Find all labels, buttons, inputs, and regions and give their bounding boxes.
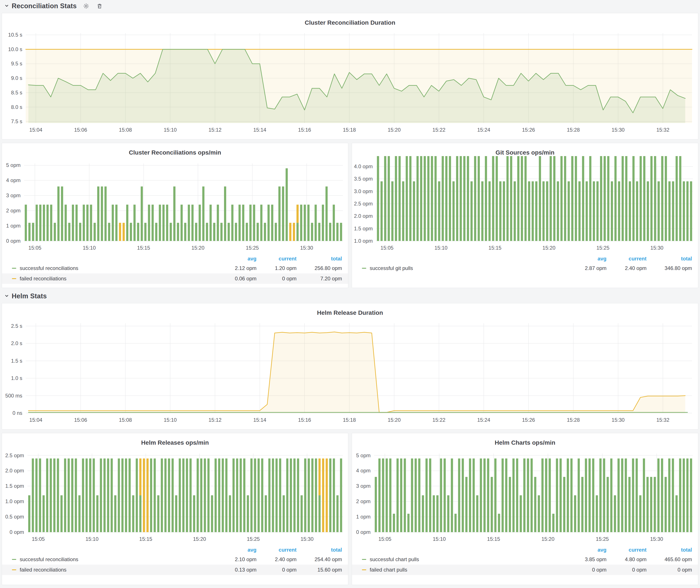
svg-text:15:16: 15:16 (298, 127, 311, 133)
svg-text:3 opm: 3 opm (6, 192, 21, 198)
row-settings-button[interactable] (82, 2, 90, 10)
svg-text:2.0 opm: 2.0 opm (354, 213, 373, 219)
svg-text:0 ns: 0 ns (13, 410, 22, 416)
svg-text:15:22: 15:22 (432, 127, 445, 133)
svg-text:15:05: 15:05 (378, 536, 391, 542)
svg-text:15:20: 15:20 (541, 536, 554, 542)
svg-text:0 opm: 0 opm (356, 529, 371, 535)
svg-text:2.5 opm: 2.5 opm (354, 201, 373, 207)
legend-header-total[interactable]: total (647, 256, 692, 262)
svg-text:15:28: 15:28 (567, 127, 580, 133)
series-label[interactable]: successful reconciliations (20, 556, 216, 562)
panel-title[interactable]: Helm Charts ops/min (352, 433, 698, 446)
series-color-marker (12, 559, 16, 560)
svg-text:1.0 s: 1.0 s (11, 375, 22, 381)
panel-title[interactable]: Helm Release Duration (2, 303, 698, 316)
svg-text:15:30: 15:30 (650, 245, 663, 251)
section-title: Helm Stats (12, 292, 47, 300)
legend-header-avg[interactable]: avg (566, 547, 606, 553)
series-avg-value: 2.10 opm (216, 556, 256, 562)
legend-header-avg[interactable]: avg (216, 547, 256, 553)
panel-title[interactable]: Cluster Reconciliations ops/min (2, 143, 348, 156)
series-color-marker (12, 569, 16, 570)
legend: avg current total successful reconciliat… (2, 254, 348, 284)
legend-header-avg[interactable]: avg (566, 256, 606, 262)
svg-text:15:04: 15:04 (29, 417, 42, 423)
section-collapse-toggle[interactable]: Helm Stats (4, 292, 47, 300)
legend-header-current[interactable]: current (256, 256, 297, 262)
svg-text:2.5 opm: 2.5 opm (5, 452, 24, 458)
panel-title[interactable]: Helm Releases ops/min (2, 433, 348, 446)
series-color-marker (362, 569, 366, 570)
svg-text:8.0 s: 8.0 s (11, 104, 22, 110)
legend-header-total[interactable]: total (647, 547, 692, 553)
row-delete-button[interactable] (96, 2, 103, 10)
svg-text:15:32: 15:32 (656, 417, 669, 423)
svg-text:15:15: 15:15 (487, 536, 500, 542)
legend-header-total[interactable]: total (297, 256, 342, 262)
legend-header-total[interactable]: total (297, 547, 342, 553)
series-total-value: 254.40 opm (297, 556, 342, 562)
helm-charts-opm-chart[interactable]: 5 opm4 opm3 opm2 opm1 opm0 opm15:0515:10… (352, 446, 698, 545)
svg-text:15:05: 15:05 (28, 245, 41, 251)
legend-header-avg[interactable]: avg (216, 256, 256, 262)
svg-text:15:30: 15:30 (650, 536, 663, 542)
series-label[interactable]: successful chart pulls (370, 556, 566, 562)
legend-row: failed reconciliations 0.13 opm 0 opm 15… (2, 565, 348, 575)
svg-text:4 opm: 4 opm (6, 177, 21, 183)
svg-text:15:05: 15:05 (381, 245, 394, 251)
svg-text:10.0 s: 10.0 s (8, 46, 22, 52)
series-label[interactable]: failed reconciliations (20, 567, 216, 573)
cluster-reconciliations-opm-chart[interactable]: 5 opm4 opm3 opm2 opm1 opm0 opm15:0515:10… (2, 156, 348, 254)
legend-header-current[interactable]: current (256, 547, 297, 553)
git-sources-opm-chart[interactable]: 4.0 opm3.5 opm3.0 opm2.5 opm2.0 opm1.5 o… (352, 156, 698, 254)
svg-text:15:10: 15:10 (85, 536, 98, 542)
svg-text:9.5 s: 9.5 s (11, 61, 22, 66)
svg-text:15:25: 15:25 (247, 536, 260, 542)
helm-releases-opm-chart[interactable]: 2.5 opm2.0 opm1.5 opm1.0 opm0.5 opm0 opm… (2, 446, 348, 545)
svg-text:15:30: 15:30 (300, 536, 313, 542)
svg-text:1 opm: 1 opm (6, 223, 21, 229)
svg-text:15:14: 15:14 (253, 127, 266, 133)
legend: avg current total successful git pulls 2… (352, 254, 698, 273)
svg-text:2 opm: 2 opm (6, 208, 21, 213)
legend-header-current[interactable]: current (606, 547, 647, 553)
series-label[interactable]: successful git pulls (370, 265, 566, 271)
svg-text:15:06: 15:06 (74, 417, 87, 423)
series-label[interactable]: successful reconciliations (20, 265, 216, 271)
panel-title[interactable]: Git Sources ops/min (352, 143, 698, 156)
legend-row: successful chart pulls 3.85 opm 4.80 opm… (352, 554, 698, 565)
series-total-value: 15.60 opm (297, 567, 342, 573)
legend-header-current[interactable]: current (606, 256, 647, 262)
svg-text:2.0 opm: 2.0 opm (5, 468, 24, 473)
series-label[interactable]: failed chart pulls (370, 567, 566, 573)
legend-row: successful git pulls 2.87 opm 2.40 opm 3… (352, 263, 698, 273)
svg-text:15:08: 15:08 (119, 127, 132, 133)
section-title: Reconciliation Stats (12, 2, 77, 10)
panel-helm-releases-opm: Helm Releases ops/min 2.5 opm2.0 opm1.5 … (2, 433, 348, 585)
series-label[interactable]: failed reconciliations (20, 276, 216, 282)
svg-text:15:30: 15:30 (612, 127, 625, 133)
svg-text:1.0 opm: 1.0 opm (5, 498, 24, 504)
svg-text:15:05: 15:05 (32, 536, 45, 542)
panel-cluster-reconciliation-duration: Cluster Reconciliation Duration 10.5 s10… (2, 13, 698, 139)
svg-text:15:15: 15:15 (489, 245, 502, 251)
cluster-reconciliation-duration-chart[interactable]: 10.5 s10.0 s9.5 s9.0 s8.5 s8.0 s7.5 s15:… (2, 26, 698, 136)
legend-row: failed chart pulls 0 opm 0 opm 0 opm (352, 565, 698, 575)
helm-release-duration-chart[interactable]: 2.5 s2.0 s1.5 s1.0 s500 ms0 ns15:0415:06… (2, 316, 698, 426)
series-current-value: 2.40 opm (256, 556, 297, 562)
svg-text:2 opm: 2 opm (356, 498, 371, 504)
series-avg-value: 2.12 opm (216, 265, 256, 271)
svg-text:15:24: 15:24 (477, 417, 490, 423)
svg-text:15:15: 15:15 (139, 536, 152, 542)
svg-text:8.5 s: 8.5 s (11, 90, 22, 95)
svg-text:15:24: 15:24 (477, 127, 490, 133)
section-collapse-toggle[interactable]: Reconciliation Stats (4, 2, 77, 10)
svg-text:15:15: 15:15 (137, 245, 150, 251)
panel-title[interactable]: Cluster Reconciliation Duration (2, 13, 698, 26)
svg-text:15:12: 15:12 (208, 417, 221, 423)
svg-text:15:08: 15:08 (119, 417, 132, 423)
svg-text:15:06: 15:06 (74, 127, 87, 133)
svg-text:15:18: 15:18 (343, 417, 356, 423)
series-total-value: 465.60 opm (647, 556, 692, 562)
